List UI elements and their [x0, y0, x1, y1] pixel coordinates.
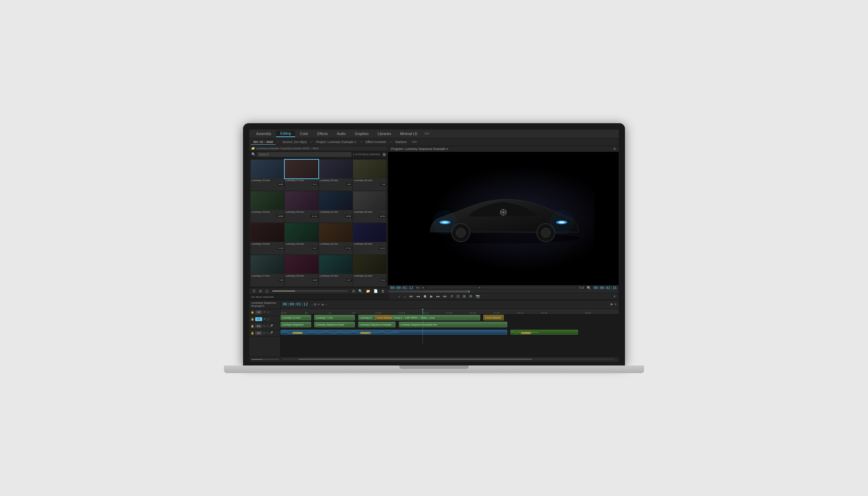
- list-item[interactable]: 16:20 Luminary 30.mov: [353, 191, 386, 222]
- timeline-tool-4[interactable]: ◈: [322, 303, 324, 306]
- ruler-tick: 01:00: [375, 312, 382, 314]
- media-filename: Luminary 25.mov: [285, 210, 318, 213]
- list-item[interactable]: 11:12 Luminary 26.mov: [353, 223, 386, 254]
- eye-icon-v1[interactable]: 👁: [263, 318, 266, 321]
- solo-icon-a2[interactable]: S: [267, 331, 268, 335]
- step-frame-back-btn[interactable]: ◂◂: [415, 294, 421, 299]
- timeline-tool-1[interactable]: ↕: [311, 303, 313, 306]
- step-end-btn[interactable]: ⏭: [442, 294, 448, 299]
- panel-tab-bin[interactable]: Bin: 02 – Bold: [251, 140, 276, 145]
- media-thumbnail: [251, 160, 284, 178]
- wrench-icon[interactable]: ⚙: [613, 147, 616, 151]
- nav-more[interactable]: >>: [422, 131, 431, 136]
- tab-assembly[interactable]: Assembly: [252, 131, 275, 137]
- list-item[interactable]: 5:11 Luminary 22.mov: [353, 255, 386, 286]
- play-btn[interactable]: ▶: [429, 294, 434, 299]
- add-btn[interactable]: +: [612, 294, 617, 299]
- freeform-btn[interactable]: ◫: [264, 289, 269, 293]
- delete-btn[interactable]: 🗑: [380, 289, 386, 293]
- playhead[interactable]: [423, 309, 423, 314]
- track-controls: 🔒 V2 👁 ◫ 🔒 V1 👁 ◫: [249, 309, 281, 356]
- panel-tab-effect-controls[interactable]: Effect Controls: [363, 140, 389, 144]
- stop-btn[interactable]: ⏹: [422, 294, 428, 299]
- panel-tab-project[interactable]: Project: Luminary Example 2: [314, 140, 359, 144]
- tab-editing[interactable]: Editing: [276, 131, 295, 137]
- list-item[interactable]: 3:17 Luminary 23.mov: [319, 255, 352, 286]
- list-item[interactable]: 7:16 Luminary 28.mov: [353, 160, 386, 191]
- tab-color[interactable]: Color: [296, 131, 312, 137]
- clip-comp8[interactable]: Comp 8 – CAR HERO – Grade_1.mov: [392, 315, 480, 320]
- zoom-slider[interactable]: [251, 359, 279, 360]
- track-label-a1: A1: [255, 324, 262, 328]
- timeline-add-icon[interactable]: +: [615, 302, 617, 306]
- automate-btn[interactable]: ⊞: [351, 289, 356, 293]
- loop-btn[interactable]: ↺: [449, 294, 454, 299]
- list-item[interactable]: 17:14 Luminary 32.mov: [319, 223, 352, 254]
- timeline-timecode[interactable]: 00:00:01:12: [283, 302, 308, 306]
- camera-btn[interactable]: 📷: [475, 294, 481, 299]
- safe-zone-btn[interactable]: ⊡: [456, 294, 460, 299]
- clip-lumseq1[interactable]: Luminary Sequence: [281, 322, 311, 327]
- lock-icon-v2[interactable]: 🔒: [251, 311, 254, 314]
- timeline-tracks-area[interactable]: 00:00 :06 :12 :18 01:00 01:06 01:12 01:1…: [281, 309, 619, 356]
- tab-effects[interactable]: Effects: [313, 131, 332, 137]
- step-forward-btn[interactable]: ▸▸: [435, 294, 441, 299]
- laptop-outer: Assembly Editing Color Effects Audio Gra…: [243, 123, 625, 373]
- list-item[interactable]: 2:22 Luminary 29.mov: [319, 160, 352, 191]
- new-item-btn[interactable]: 📄: [373, 289, 379, 293]
- lock-icon-v1[interactable]: 🔒: [251, 318, 254, 321]
- list-item[interactable]: 11:10 Luminary 25.mov: [285, 191, 318, 222]
- track-icon-v1: ◫: [267, 318, 270, 321]
- settings-btn[interactable]: ⚙: [468, 294, 473, 299]
- clip-lumseq3[interactable]: Luminary Sequence Example.: [358, 322, 395, 327]
- lock-icon-a2[interactable]: 🔒: [251, 331, 254, 335]
- mute-icon-a2[interactable]: M: [263, 331, 266, 335]
- export-btn[interactable]: ⊞: [462, 294, 467, 299]
- eye-icon-v2[interactable]: 👁: [263, 311, 266, 314]
- list-view-btn[interactable]: ☰: [251, 289, 257, 293]
- zoom-icon[interactable]: 🔍: [587, 286, 591, 290]
- search-input[interactable]: [257, 152, 351, 157]
- timeline-settings-icon[interactable]: ▶: [611, 302, 613, 306]
- list-item[interactable]: 3:17 Luminary 18.mov: [285, 223, 318, 254]
- search-btn2[interactable]: 🔍: [357, 289, 364, 293]
- tab-audio[interactable]: Audio: [333, 131, 350, 137]
- fit-dropdown-icon[interactable]: ▾: [422, 286, 424, 289]
- timeline-tool-2[interactable]: ⊞: [314, 303, 317, 306]
- grid-view-btn[interactable]: ⊞: [258, 289, 263, 293]
- fit-label[interactable]: Fit: [416, 286, 419, 289]
- clip-luminary7[interactable]: Luminary 7.mov: [314, 315, 355, 320]
- tab-minimal-ld[interactable]: Minimal LD: [396, 131, 422, 137]
- lock-icon-a1[interactable]: 🔒: [251, 325, 254, 328]
- new-bin-btn[interactable]: 📁: [365, 289, 371, 293]
- filter-icon[interactable]: ▦: [383, 152, 386, 156]
- media-filename: Luminary 29.mov: [319, 178, 352, 182]
- panel-tabs-more[interactable]: >>: [410, 140, 419, 144]
- mark-out-btn[interactable]: ⬦: [403, 294, 407, 299]
- list-item[interactable]: 12:08 Luminary 19.mov: [251, 191, 284, 222]
- tab-graphics[interactable]: Graphics: [351, 131, 373, 137]
- panel-tab-markers[interactable]: Markers: [393, 140, 410, 144]
- mute-icon-a1[interactable]: M: [263, 325, 266, 328]
- clip-luminary10[interactable]: Luminary 10.mov: [281, 315, 311, 320]
- clip-lumseq4[interactable]: Luminary Sequence Example.mov: [399, 322, 507, 327]
- tab-libraries[interactable]: Libraries: [374, 131, 395, 137]
- clip-cross-dissolve-2[interactable]: Cross Dissolve: [483, 315, 503, 320]
- solo-icon-a1[interactable]: S: [267, 325, 268, 328]
- timeline-tool-5[interactable]: ⬦: [325, 303, 327, 306]
- clip-lumseq2[interactable]: Luminary Sequence Exam: [314, 322, 355, 327]
- media-filename: Luminary 28.mov: [353, 178, 386, 182]
- mark-in-btn[interactable]: ⬦: [397, 294, 401, 299]
- full-label[interactable]: Full: [579, 286, 584, 289]
- list-item[interactable]: 6:08 Luminary 16.mov: [251, 160, 284, 191]
- timeline-tool-3[interactable]: ✂: [318, 303, 320, 306]
- clip-cross-dissolve-1[interactable]: Cross Dissolve: [375, 315, 392, 320]
- media-duration: 11:10: [311, 215, 317, 218]
- step-back-btn[interactable]: ⏮: [408, 294, 414, 299]
- list-item[interactable]: 5:11 Luminary 17.mov: [285, 160, 318, 191]
- list-item[interactable]: 7:18 Luminary 27.mov: [251, 255, 284, 286]
- list-item[interactable]: 4:19 Luminary 24.mov: [251, 223, 284, 254]
- panel-tab-source[interactable]: Source: (no clips): [279, 140, 309, 144]
- list-item[interactable]: 12:05 Luminary 31.mov: [319, 191, 352, 222]
- list-item[interactable]: 9:18 Luminary 33.mov: [285, 255, 318, 286]
